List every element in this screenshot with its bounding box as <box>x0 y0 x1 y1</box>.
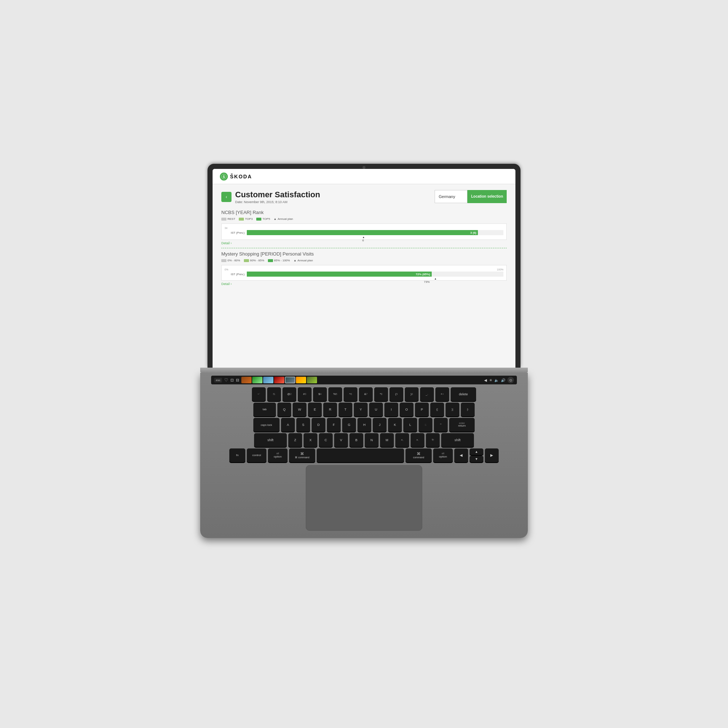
tab-key[interactable]: tab <box>253 402 276 416</box>
key-e[interactable]: E <box>308 402 322 416</box>
key-b[interactable]: B <box>349 433 363 447</box>
delete-key[interactable]: delete <box>451 387 476 401</box>
key-slash[interactable]: ?/ <box>426 433 440 447</box>
key-n[interactable]: N <box>365 433 379 447</box>
key-comma[interactable]: <, <box>395 433 409 447</box>
photo-5[interactable] <box>285 377 295 383</box>
photo-6[interactable] <box>296 377 306 383</box>
ncbs-bar-label: IST (Prev.) <box>225 231 245 234</box>
touch-bar-photos <box>241 377 482 383</box>
key-s[interactable]: S <box>296 418 310 432</box>
key-bracket-open[interactable]: {[ <box>430 402 444 416</box>
left-shift-key[interactable]: shift <box>254 433 287 447</box>
key-z[interactable]: Z <box>288 433 302 447</box>
legend-85-100: 85% - 100% <box>268 259 290 262</box>
sliders-icon[interactable]: ⊟ <box>236 378 239 382</box>
key-p[interactable]: P <box>415 402 429 416</box>
key-h[interactable]: H <box>358 418 371 432</box>
ncbs-detail-link[interactable]: Detail › <box>221 241 507 245</box>
left-command-key[interactable]: ⌘ ⌘ command <box>289 448 315 462</box>
webcam-dot <box>362 166 366 169</box>
arrow-down-key[interactable]: ▼ <box>470 456 483 462</box>
key-c[interactable]: C <box>319 433 333 447</box>
key-g[interactable]: G <box>342 418 356 432</box>
key-a[interactable]: A <box>281 418 295 432</box>
legend-annual: ▲ Annual plan <box>274 217 293 220</box>
key-x[interactable]: X <box>304 433 317 447</box>
key-i[interactable]: I <box>384 402 398 416</box>
trackpad[interactable] <box>306 465 422 531</box>
volume-up-icon[interactable]: 🔊 <box>501 378 505 382</box>
volume-down-icon[interactable]: 🔈 <box>494 378 499 382</box>
key-f[interactable]: F <box>327 418 341 432</box>
key-k[interactable]: K <box>388 418 402 432</box>
key-equals[interactable]: += <box>435 387 449 401</box>
keyboard-base: esc ♡ ⊡ ⊟ ◀ ✳ 🔈 🔊 ⊙ ~` !1 <box>200 373 528 538</box>
photo-4[interactable] <box>274 377 284 383</box>
key-o[interactable]: O <box>400 402 413 416</box>
key-v[interactable]: V <box>334 433 348 447</box>
key-y[interactable]: Y <box>354 402 368 416</box>
photo-7[interactable] <box>307 377 317 383</box>
esc-key[interactable]: esc <box>214 378 222 382</box>
key-quote[interactable]: "' <box>434 418 448 432</box>
key-backslash[interactable]: |\ <box>461 402 475 416</box>
screen-hinge <box>200 368 528 373</box>
chevron-left-icon[interactable]: ◀ <box>484 378 487 382</box>
right-command-key[interactable]: ⌘ command <box>405 448 432 462</box>
key-q[interactable]: Q <box>277 402 291 416</box>
key-1[interactable]: !1 <box>267 387 281 401</box>
screen-icon[interactable]: ⊡ <box>230 378 234 382</box>
key-minus[interactable]: _- <box>420 387 434 401</box>
key-period[interactable]: >. <box>411 433 424 447</box>
control-key[interactable]: control <box>247 448 266 462</box>
key-6[interactable]: ^6 <box>344 387 358 401</box>
arrow-right-key[interactable]: ▶ <box>485 448 499 462</box>
key-5[interactable]: %5 <box>328 387 342 401</box>
key-m[interactable]: M <box>380 433 394 447</box>
brightness-icon[interactable]: ✳ <box>489 378 492 382</box>
back-button[interactable]: ‹ <box>221 192 231 202</box>
key-row-numbers: ~` !1 @2 #3 $4 %5 ^6 &7 *8 (9 )0 _- += d… <box>211 387 517 401</box>
key-w[interactable]: W <box>293 402 306 416</box>
key-t[interactable]: T <box>338 402 352 416</box>
heart-icon[interactable]: ♡ <box>224 378 228 382</box>
arrow-up-key[interactable]: ▲ <box>470 448 483 455</box>
mystery-detail-link[interactable]: Detail › <box>221 282 507 286</box>
photo-1[interactable] <box>241 377 252 383</box>
location-field[interactable]: Germany <box>434 190 467 203</box>
space-key[interactable] <box>317 448 404 462</box>
key-r[interactable]: R <box>323 402 337 416</box>
key-9[interactable]: (9 <box>390 387 403 401</box>
right-option-key[interactable]: alt option <box>433 448 453 462</box>
photo-3[interactable] <box>263 377 273 383</box>
mystery-chart: 0% 100% IST (Prev.) 72% (65%) ▲ 73% <box>221 265 507 281</box>
key-0[interactable]: )0 <box>405 387 419 401</box>
key-j[interactable]: J <box>373 418 387 432</box>
fn-key[interactable]: fn <box>229 448 245 462</box>
key-2[interactable]: @2 <box>283 387 296 401</box>
left-option-key[interactable]: alt option <box>268 448 288 462</box>
key-d[interactable]: D <box>312 418 326 432</box>
key-3[interactable]: #3 <box>298 387 312 401</box>
arrow-left-key[interactable]: ◀ <box>454 448 468 462</box>
location-selection-button[interactable]: Location selection <box>467 190 507 203</box>
ncbs-bar-row: IST (Prev.) 3 (6) ▲ 6 <box>225 230 503 235</box>
key-u[interactable]: U <box>369 402 383 416</box>
return-key[interactable]: enter return <box>449 418 475 432</box>
key-7[interactable]: &7 <box>359 387 373 401</box>
caps-lock-key[interactable]: caps lock <box>253 418 280 432</box>
key-backtick[interactable]: ~` <box>252 387 266 401</box>
key-8[interactable]: *8 <box>374 387 388 401</box>
mystery-bar-row: IST (Prev.) 72% (65%) ▲ 73% <box>225 272 503 277</box>
photo-2[interactable] <box>252 377 262 383</box>
key-bracket-close[interactable]: }] <box>445 402 459 416</box>
page-title: Customer Satisfaction <box>235 190 320 199</box>
mystery-target-label: 73% <box>424 280 430 284</box>
siri-icon[interactable]: ⊙ <box>508 377 514 383</box>
key-4[interactable]: $4 <box>313 387 327 401</box>
key-l[interactable]: L <box>403 418 417 432</box>
page-header: ‹ Customer Satisfaction Date: November 9… <box>221 190 507 204</box>
right-shift-key[interactable]: shift <box>441 433 474 447</box>
key-semicolon[interactable]: :; <box>419 418 433 432</box>
